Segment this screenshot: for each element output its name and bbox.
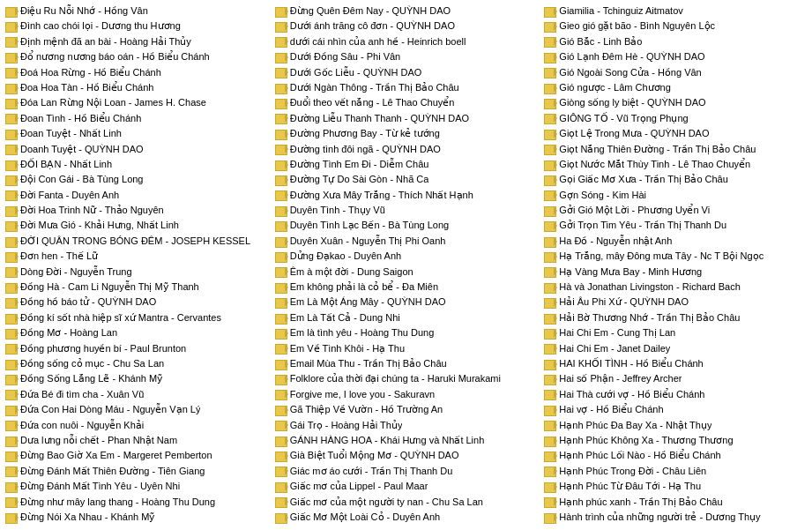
list-item[interactable]: Gợn Sóng - Kim Hài <box>542 188 808 203</box>
list-item[interactable]: Đứa con nuôi - Nguyễn Khải <box>4 418 270 433</box>
list-item[interactable]: Hải Bờ Thương Nhớ - Trần Thị Bảo Châu <box>542 310 808 325</box>
list-item[interactable]: Êm à một đời - Dung Saigon <box>273 265 540 280</box>
list-item[interactable]: Gieo gió gặt bão - Bình Nguyên Lộc <box>542 19 808 34</box>
list-item[interactable]: Đường Xưa Mây Trắng - Thích Nhất Hạnh <box>273 188 540 203</box>
list-item[interactable]: Dòng Đời - Nguyễn Trung <box>4 265 270 280</box>
list-item[interactable]: Đoa Hoa Tàn - Hồ Biểu Chánh <box>4 80 270 95</box>
list-item[interactable]: Đừng Đánh Mất Tình Yêu - Uyên Nhi <box>4 479 270 494</box>
list-item[interactable]: Hạnh Phúc Từ Đâu Tới - Hạ Thu <box>542 479 808 494</box>
list-item[interactable]: Đổ nương nương báo oán - Hồ Biểu Chánh <box>4 49 270 64</box>
list-item[interactable]: GIÔNG TỐ - Vũ Trọng Phụng <box>542 111 808 126</box>
list-item[interactable]: Đời Hoa Trinh Nữ - Thảo Nguyên <box>4 203 270 218</box>
list-item[interactable]: Đoan Tuyệt - Nhất Linh <box>4 126 270 141</box>
list-item[interactable]: Hành trình của những người trẻ - Dương T… <box>542 510 808 525</box>
list-item[interactable]: Đừng Nói Xa Nhau - Khánh Mỹ <box>4 510 270 525</box>
list-item[interactable]: Duyên Xuân - Nguyễn Thị Phi Oanh <box>273 234 540 249</box>
list-item[interactable]: Đừng Đánh Mất Thiên Đường - Tiên Giang <box>4 464 270 479</box>
list-item[interactable]: Đứa Bé đi tìm cha - Xuân Vũ <box>4 387 270 402</box>
list-item[interactable]: GÁNH HÀNG HOA - Khái Hưng và Nhất Linh <box>273 433 540 448</box>
list-item[interactable]: Giọt Nước Mắt Thùy Tinh - Lê Thao Chuyển <box>542 157 808 172</box>
list-item[interactable]: ĐỐI BẠN - Nhất Linh <box>4 157 270 172</box>
list-item[interactable]: Hai Chi Em - Janet Dailey <box>542 341 808 356</box>
list-item[interactable]: Đơn hen - Thế Lữ <box>4 249 270 264</box>
list-item[interactable]: Giòng sống ly biệt - QUỲNH DAO <box>542 95 808 110</box>
list-item[interactable]: Hạnh Phúc Đa Bay Xa - Nhật Thụy <box>542 418 808 433</box>
list-item[interactable]: Hà và Jonathan Livingston - Richard Bach <box>542 280 808 295</box>
list-item[interactable]: Đồng phương huyền bí - Paul Brunton <box>4 341 270 356</box>
list-item[interactable]: Hai Thà cưới vợ - Hồ Biểu Chánh <box>542 387 808 402</box>
list-item[interactable]: Giamilia - Tchinguiz Aitmatov <box>542 4 808 19</box>
list-item[interactable]: Gọi Giấc Mơ Xưa - Trần Thị Bảo Châu <box>542 172 808 187</box>
list-item[interactable]: Đóa Lan Rừng Nội Loan - James H. Chase <box>4 95 270 110</box>
list-item[interactable]: Gởi Gió Một Lời - Phương Uyển Vi <box>542 203 808 218</box>
list-item[interactable]: Đường Tự Do Sài Gòn - Nhã Ca <box>273 172 540 187</box>
list-item[interactable]: Đuổi theo vết nắng - Lê Thao Chuyển <box>273 95 540 110</box>
list-item[interactable]: ĐỜI QUÂN TRONG BÓNG ĐÊM - JOSEPH KESSEL <box>4 234 270 249</box>
list-item[interactable]: Giấc mơ của Lippel - Paul Maar <box>273 479 540 494</box>
list-item[interactable]: Hạnh Phúc Lối Nào - Hồ Biểu Chánh <box>542 448 808 463</box>
list-item[interactable]: Đồng Sống Lắng Lẽ - Khánh Mỹ <box>4 371 270 386</box>
list-item[interactable]: Đường tình đôi ngã - QUỲNH DAO <box>273 142 540 157</box>
list-item[interactable]: Đường Phương Bay - Từ kẻ tướng <box>273 126 540 141</box>
list-item[interactable]: Em là tình yêu - Hoàng Thu Dung <box>273 325 540 340</box>
list-item[interactable]: Hạ Trắng, mây Đông mưa Tây - Nc T Bội Ng… <box>542 249 808 264</box>
list-item[interactable]: Gái Trọ - Hoàng Hải Thủy <box>273 418 540 433</box>
list-item[interactable]: Đồng Hà - Cam Li Nguyễn Thị Mỹ Thanh <box>4 280 270 295</box>
list-item[interactable]: Dưới ánh trăng cô đơn - QUỲNH DAO <box>273 19 540 34</box>
list-item[interactable]: Đời Fanta - Duyên Anh <box>4 188 270 203</box>
list-item[interactable]: Đừng Quên Đêm Nay - QUỲNH DAO <box>273 4 540 19</box>
list-item[interactable]: dưới cái nhìn của anh hề - Heinrich boel… <box>273 34 540 49</box>
list-item[interactable]: Đình cao chói lọi - Dương thu Hương <box>4 19 270 34</box>
list-item[interactable]: Dửng Đạkao - Duyên Anh <box>273 249 540 264</box>
list-item[interactable]: Giấc Mơ Một Loài Cỏ - Duyên Anh <box>273 510 540 525</box>
list-item[interactable]: Gió Ngoài Song Cửa - Hồng Vân <box>542 65 808 80</box>
list-item[interactable]: Điệu Ru Nỗi Nhớ - Hồng Vân <box>4 4 270 19</box>
list-item[interactable]: Hai số Phận - Jeffrey Archer <box>542 371 808 386</box>
list-item[interactable]: Hai vợ - Hồ Biểu Chánh <box>542 402 808 417</box>
list-item[interactable]: Ha Đồ - Nguyễn nhật Anh <box>542 234 808 249</box>
list-item[interactable]: Gió Lạnh Đêm Hè - QUỲNH DAO <box>542 49 808 64</box>
list-item[interactable]: Em Là Tất Cả - Dung Nhi <box>273 310 540 325</box>
list-item[interactable]: Dưa lưng nỗi chết - Phan Nhật Nam <box>4 433 270 448</box>
list-item[interactable]: Em Là Một Áng Mây - QUỲNH DAO <box>273 295 540 310</box>
list-item[interactable]: Hạ Vàng Mưa Bay - Minh Hương <box>542 265 808 280</box>
list-item[interactable]: Hai Chi Em - Cung Thị Lan <box>542 325 808 340</box>
list-item[interactable]: Hạnh phúc xanh - Trần Thị Bảo Châu <box>542 495 808 510</box>
list-item[interactable]: Em không phải là cỏ bể - Đa Miên <box>273 280 540 295</box>
list-item[interactable]: Đồng Mơ - Hoàng Lan <box>4 325 270 340</box>
list-item[interactable]: Giấc mơ của một người ty nan - Chu Sa La… <box>273 495 540 510</box>
list-item[interactable]: Hạnh Phúc Không Xa - Thương Thương <box>542 433 808 448</box>
list-item[interactable]: Em Về Tình Khôi - Hạ Thu <box>273 341 540 356</box>
list-item[interactable]: Duyên Tình - Thụy Vũ <box>273 203 540 218</box>
list-item[interactable]: Doanh Tuyệt - QUỲNH DAO <box>4 142 270 157</box>
list-item[interactable]: Đoá Hoa Rừng - Hồ Biểu Chánh <box>4 65 270 80</box>
list-item[interactable]: Giọt Lệ Trong Mưa - QUỲNH DAO <box>542 126 808 141</box>
list-item[interactable]: Email Mùa Thu - Trần Thị Bảo Châu <box>273 356 540 371</box>
list-item[interactable]: Đường Tình Em Đi - Diễm Châu <box>273 157 540 172</box>
list-item[interactable]: Dưới Gốc Liễu - QUỲNH DAO <box>273 65 540 80</box>
list-item[interactable]: Duyên Tình Lạc Bến - Bà Tùng Long <box>273 218 540 233</box>
list-item[interactable]: Đứa Con Hai Dòng Máu - Nguyễn Vạn Lý <box>4 402 270 417</box>
list-item[interactable]: HAI KHỐI TÌNH - Hồ Biểu Chánh <box>542 356 808 371</box>
list-item[interactable]: Gió ngược - Lâm Chương <box>542 80 808 95</box>
list-item[interactable]: Giọt Nắng Thiên Đường - Trần Thị Bảo Châ… <box>542 142 808 157</box>
list-item[interactable]: Giác mơ áo cưới - Trần Thị Thanh Du <box>273 464 540 479</box>
list-item[interactable]: Dưới Đồng Sâu - Phi Vân <box>273 49 540 64</box>
list-item[interactable]: Hải Âu Phi Xứ - QUỲNH DAO <box>542 295 808 310</box>
list-item[interactable]: Gã Thiệp Về Vườn - Hồ Trường An <box>273 402 540 417</box>
list-item[interactable]: Đừng Bao Giờ Xa Em - Margeret Pemberton <box>4 448 270 463</box>
list-item[interactable]: Định mệnh đã an bài - Hoàng Hải Thủy <box>4 34 270 49</box>
list-item[interactable]: Folklore của thời đại chúng ta - Haruki … <box>273 371 540 386</box>
list-item[interactable]: Già Biệt Tuổi Mộng Mơ - QUỲNH DAO <box>273 448 540 463</box>
list-item[interactable]: Đồng hồ báo tử - QUỲNH DAO <box>4 295 270 310</box>
list-item[interactable]: Đồng kí sốt nhà hiệp sĩ xứ Mantra - Cerv… <box>4 310 270 325</box>
list-item[interactable]: Đời Mưa Gió - Khải Hưng, Nhất Linh <box>4 218 270 233</box>
list-item[interactable]: Gởi Trọn Tim Yêu - Trần Thị Thanh Du <box>542 218 808 233</box>
list-item[interactable]: Hạnh Phúc Trong Đời - Châu Liên <box>542 464 808 479</box>
list-item[interactable]: Forgive me, I love you - Sakuravn <box>273 387 540 402</box>
list-item[interactable]: Đường Liễu Thanh Thanh - QUỲNH DAO <box>273 111 540 126</box>
list-item[interactable]: Gió Bắc - Linh Bảo <box>542 34 808 49</box>
list-item[interactable]: Đoan Tình - Hồ Biểu Chánh <box>4 111 270 126</box>
list-item[interactable]: Đội Con Gái - Bà Tùng Long <box>4 172 270 187</box>
list-item[interactable]: Đừng như mây lang thang - Hoàng Thu Dung <box>4 495 270 510</box>
